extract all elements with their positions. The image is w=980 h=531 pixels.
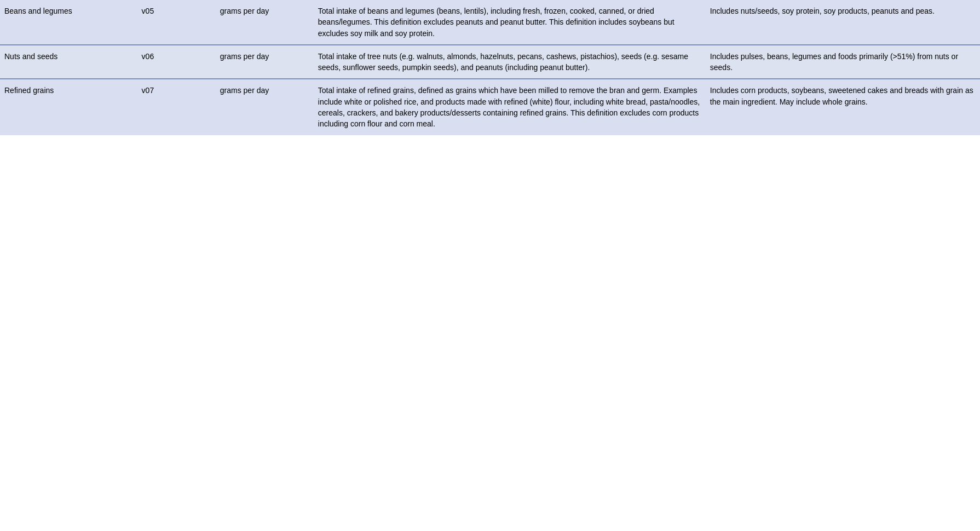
food-unit-cell: grams per day (216, 0, 314, 45)
table-row: Nuts and seedsv06grams per dayTotal inta… (0, 45, 980, 79)
food-name-cell: Beans and legumes (0, 0, 137, 45)
table-row: Beans and legumesv05grams per dayTotal i… (0, 0, 980, 45)
food-name-cell: Refined grains (0, 79, 137, 135)
food-definition-cell: Total intake of refined grains, defined … (314, 79, 706, 135)
food-unit-cell: grams per day (216, 45, 314, 79)
food-code-cell: v06 (137, 45, 216, 79)
food-data-table: Beans and legumesv05grams per dayTotal i… (0, 0, 980, 135)
food-name-cell: Nuts and seeds (0, 45, 137, 79)
food-definition-cell: Total intake of beans and legumes (beans… (314, 0, 706, 45)
food-code-cell: v07 (137, 79, 216, 135)
table-row: Refined grainsv07grams per dayTotal inta… (0, 79, 980, 135)
food-code-cell: v05 (137, 0, 216, 45)
food-unit-cell: grams per day (216, 79, 314, 135)
food-exclusions-cell: Includes pulses, beans, legumes and food… (706, 45, 980, 79)
food-definition-cell: Total intake of tree nuts (e.g. walnuts,… (314, 45, 706, 79)
food-exclusions-cell: Includes nuts/seeds, soy protein, soy pr… (706, 0, 980, 45)
food-exclusions-cell: Includes corn products, soybeans, sweete… (706, 79, 980, 135)
